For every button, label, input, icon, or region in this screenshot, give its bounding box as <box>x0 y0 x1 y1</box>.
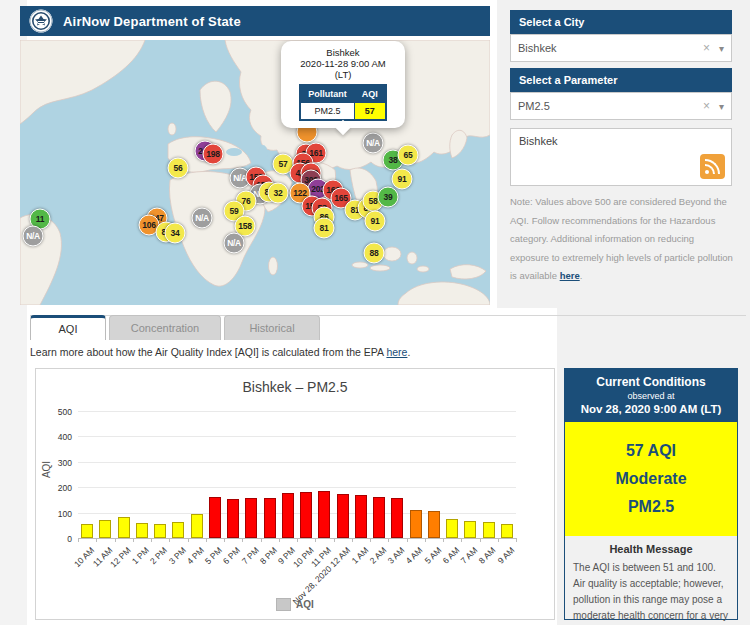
tab-historical[interactable]: Historical <box>224 315 320 340</box>
cc-aqi-summary: 57 AQI Moderate PM2.5 <box>565 422 737 536</box>
gridline <box>78 462 516 463</box>
x-tick-mark <box>78 538 79 542</box>
y-tick-label: 100 <box>46 509 72 519</box>
airnow-page: AirNow Department of State <box>0 0 750 625</box>
aqi-marker[interactable]: 32 <box>268 183 289 204</box>
x-tick-label: 4 AM <box>404 545 425 566</box>
aqi-bar <box>209 497 221 538</box>
y-tick-label: 400 <box>46 432 72 442</box>
cc-observed-label: observed at <box>569 391 733 401</box>
x-tick-label: 1 PM <box>130 545 151 566</box>
aqi-bar-chart: Bishkek – PM2.5 AQI 010020030040050010 A… <box>35 368 555 620</box>
aqi-bar <box>172 522 184 538</box>
x-tick-label: 7 PM <box>239 545 260 566</box>
aqi-bar <box>282 493 294 538</box>
popup-col-pollutant: Pollutant <box>300 85 354 103</box>
aqi-bar <box>300 492 312 538</box>
x-tick-mark <box>261 538 262 542</box>
x-tick-mark <box>370 538 371 542</box>
aqi-marker[interactable]: 91 <box>365 211 386 232</box>
chevron-down-icon[interactable]: ▾ <box>719 101 724 112</box>
x-tick-mark <box>151 538 152 542</box>
popup-pollutant-value: PM2.5 <box>300 103 354 121</box>
map-popup: Bishkek 2020-11-28 9:00 AM (LT) Pollutan… <box>281 41 405 128</box>
x-tick-label: 2 PM <box>148 545 169 566</box>
x-tick-mark <box>315 538 316 542</box>
aqi-bar <box>391 498 403 538</box>
current-conditions-header: Current Conditions observed at Nov 28, 2… <box>565 369 737 422</box>
tab-aqi[interactable]: AQI <box>30 315 106 340</box>
city-select[interactable]: Bishkek × ▾ <box>510 34 732 62</box>
aqi-marker[interactable]: 88 <box>364 243 385 264</box>
learn-more-here-link[interactable]: here <box>386 346 407 358</box>
clear-icon[interactable]: × <box>703 41 710 55</box>
aqi-bar <box>355 495 367 538</box>
chart-title: Bishkek – PM2.5 <box>36 379 554 395</box>
x-tick-mark <box>407 538 408 542</box>
x-tick-label: 4 PM <box>185 545 206 566</box>
rss-icon[interactable] <box>700 154 725 179</box>
aqi-bar <box>501 524 513 538</box>
aqi-marker[interactable]: N/A <box>363 133 384 154</box>
aqi-marker[interactable]: 56 <box>168 158 189 179</box>
cc-aqi-value: 57 AQI <box>565 437 737 465</box>
aqi-bar <box>264 498 276 538</box>
x-tick-label: 6 PM <box>221 545 242 566</box>
aqi-world-map[interactable]: 11N/A56241198N/A158154N/A853276591581471… <box>20 40 490 305</box>
x-tick-label: 3 AM <box>386 545 407 566</box>
aqi-marker[interactable]: N/A <box>23 226 44 247</box>
tab-bar: AQIConcentrationHistorical <box>30 315 323 340</box>
y-tick-label: 500 <box>46 407 72 417</box>
x-tick-label: 6 AM <box>440 545 461 566</box>
learn-more-before: Learn more about how the Air Quality Ind… <box>30 346 386 358</box>
aqi-marker[interactable]: 198 <box>203 144 224 165</box>
aqi-bar <box>428 511 440 538</box>
aqi-bar <box>191 514 203 538</box>
aqi-marker[interactable]: N/A <box>224 233 245 254</box>
cc-aqi-category: Moderate <box>565 465 737 493</box>
aqi-marker[interactable]: N/A <box>192 208 213 229</box>
x-tick-label: 9 AM <box>495 545 516 566</box>
tab-concentration[interactable]: Concentration <box>109 315 221 340</box>
x-tick-mark <box>188 538 189 542</box>
x-tick-mark <box>242 538 243 542</box>
popup-city: Bishkek <box>285 47 401 58</box>
x-tick-mark <box>443 538 444 542</box>
aqi-marker[interactable]: 81 <box>314 218 335 239</box>
aqi-bar <box>245 498 257 538</box>
x-tick-label: 5 PM <box>203 545 224 566</box>
parameter-select[interactable]: PM2.5 × ▾ <box>510 92 732 120</box>
chevron-down-icon[interactable]: ▾ <box>719 43 724 54</box>
x-tick-mark <box>498 538 499 542</box>
aqi-bar <box>483 522 495 538</box>
x-tick-label: 7 AM <box>459 545 480 566</box>
note-text: Note: Values above 500 are considered Be… <box>510 196 733 281</box>
x-tick-label: 5 AM <box>422 545 443 566</box>
clear-icon[interactable]: × <box>703 99 710 113</box>
y-tick-label: 0 <box>46 534 72 544</box>
aqi-bar <box>136 523 148 538</box>
aqi-marker[interactable]: 91 <box>392 169 413 190</box>
popup-timezone: (LT) <box>285 69 401 80</box>
cc-title: Current Conditions <box>569 375 733 389</box>
popup-aqi-table: Pollutant AQI PM2.5 57 <box>299 84 387 121</box>
aqi-marker[interactable]: 65 <box>398 145 419 166</box>
aqi-bar <box>227 499 239 538</box>
note-here-link[interactable]: here <box>560 270 580 281</box>
aqi-bar <box>318 491 330 538</box>
page-title: AirNow Department of State <box>63 14 241 29</box>
x-tick-label: 2 AM <box>367 545 388 566</box>
select-city-header: Select a City <box>510 10 732 34</box>
x-tick-mark <box>425 538 426 542</box>
chart-legend: AQI <box>36 598 554 611</box>
legend-label: AQI <box>296 599 314 610</box>
gridline <box>78 513 516 514</box>
x-tick-mark <box>206 538 207 542</box>
cc-health-message: Health Message The AQI is between 51 and… <box>565 536 737 625</box>
city-select-value: Bishkek <box>518 42 703 54</box>
aqi-marker[interactable]: 34 <box>165 223 186 244</box>
aqi-bar <box>446 519 458 538</box>
x-tick-mark <box>516 538 517 542</box>
aqi-bar <box>337 494 349 538</box>
aqi-marker[interactable]: 39 <box>378 187 399 208</box>
